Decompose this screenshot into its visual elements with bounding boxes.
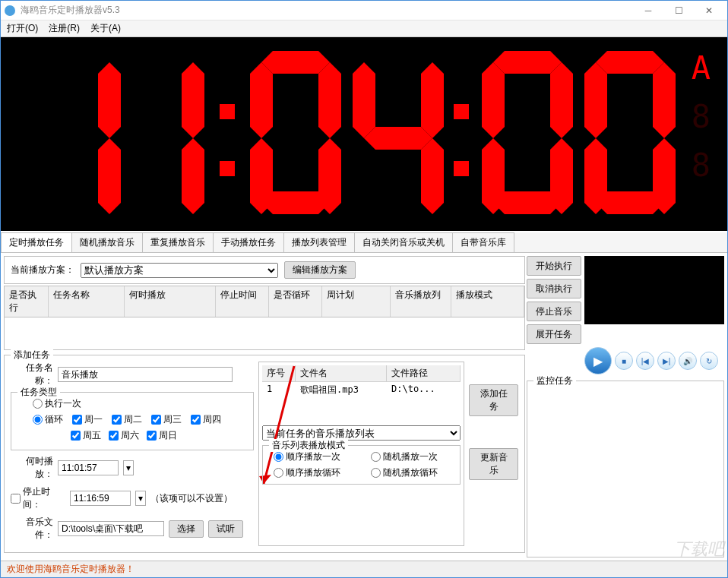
volume-button[interactable]: 🔊 <box>679 352 697 370</box>
svg-marker-21 <box>550 62 573 138</box>
svg-point-0 <box>5 5 15 16</box>
play-mode-legend: 音乐列表播放模式 <box>269 439 348 452</box>
close-button[interactable]: ✕ <box>694 1 724 21</box>
app-window: 海鸥音乐定时播放器v5.3 ─ ☐ ✕ 打开(O) 注册(R) 关于(A) <box>0 0 728 578</box>
svg-marker-15 <box>364 127 432 150</box>
svg-marker-2 <box>98 138 121 214</box>
th-exec: 是否执行 <box>5 286 49 317</box>
start-button[interactable]: 开始执行 <box>527 256 581 276</box>
chk-sun[interactable]: 周日 <box>147 429 177 442</box>
radio-run-once[interactable]: 执行一次 <box>33 397 81 410</box>
window-controls: ─ ☐ ✕ <box>633 1 724 21</box>
stop-note: （该项可以不设置） <box>150 492 233 505</box>
svg-marker-25 <box>596 51 664 74</box>
svg-marker-13 <box>353 62 375 138</box>
update-music-button[interactable]: 更新音乐 <box>469 448 518 480</box>
task-type-legend: 任务类型 <box>17 386 60 399</box>
fc-path: D:\to... <box>387 382 461 398</box>
maximize-button[interactable]: ☐ <box>663 1 694 21</box>
app-icon <box>4 5 16 17</box>
play-button[interactable]: ▶ <box>584 347 612 374</box>
stop-checkbox[interactable]: 停止时间： <box>11 485 65 511</box>
svg-marker-3 <box>182 62 204 138</box>
menu-register[interactable]: 注册(R) <box>49 22 80 35</box>
stop-music-button[interactable]: 停止音乐 <box>527 302 581 321</box>
minimize-button[interactable]: ─ <box>633 1 663 21</box>
stop-spinner[interactable]: ▾ <box>135 491 146 506</box>
stop-input[interactable] <box>70 491 131 506</box>
chk-thu[interactable]: 周四 <box>191 413 221 426</box>
tab-scheduled[interactable]: 定时播放任务 <box>1 232 72 252</box>
side-buttons: 添加任务 更新音乐 <box>469 362 518 546</box>
cancel-button[interactable]: 取消执行 <box>527 279 581 298</box>
add-task-button[interactable]: 添加任务 <box>469 384 518 416</box>
svg-marker-26 <box>584 62 607 138</box>
ampm-p: 8 <box>692 101 712 133</box>
tab-library[interactable]: 自带音乐库 <box>452 232 514 252</box>
chk-tue[interactable]: 周二 <box>112 413 142 426</box>
expand-button[interactable]: 展开任务 <box>527 324 581 344</box>
playlist-select[interactable]: 当前任务的音乐播放列表 <box>262 425 461 441</box>
th-week: 周计划 <box>322 286 391 317</box>
file-label: 音乐文件： <box>11 516 53 542</box>
radio-loop[interactable]: 循环 <box>33 413 63 426</box>
chk-sat[interactable]: 周六 <box>109 429 139 442</box>
ampm-a: A <box>692 52 712 84</box>
chk-mon[interactable]: 周一 <box>72 413 103 426</box>
media-controls: ▶ ■ |◀ ▶| 🔊 ↻ <box>584 347 724 374</box>
tab-random[interactable]: 随机播放音乐 <box>71 232 143 252</box>
menu-open[interactable]: 打开(O) <box>7 22 38 35</box>
svg-marker-19 <box>493 51 562 74</box>
th-name: 任务名称 <box>49 286 125 317</box>
preview-button[interactable]: 试听 <box>208 520 243 538</box>
chk-fri[interactable]: 周五 <box>71 429 101 442</box>
svg-marker-24 <box>550 138 573 214</box>
tab-playlist[interactable]: 播放列表管理 <box>283 232 355 252</box>
prev-track-button[interactable]: |◀ <box>636 352 654 370</box>
tab-autoclose[interactable]: 自动关闭音乐或关机 <box>354 232 453 252</box>
svg-rect-6 <box>220 161 235 176</box>
tab-manual[interactable]: 手动播放任务 <box>213 232 284 252</box>
title-bar: 海鸥音乐定时播放器v5.3 ─ ☐ ✕ <box>1 1 727 21</box>
tab-repeat[interactable]: 重复播放音乐 <box>142 232 214 252</box>
fh-path: 文件路径 <box>387 365 461 381</box>
when-spinner[interactable]: ▾ <box>123 460 134 475</box>
add-task-legend: 添加任务 <box>11 349 53 362</box>
menu-about[interactable]: 关于(A) <box>90 22 121 35</box>
left-column: 当前播放方案： 默认播放方案 编辑播放方案 是否执行 任务名称 何时播放 停止时… <box>4 256 525 557</box>
right-column: 开始执行 取消执行 停止音乐 展开任务 ▶ ■ |◀ ▶| 🔊 ↻ 监控任务 <box>527 256 724 557</box>
content-area: 当前播放方案： 默认播放方案 编辑播放方案 是否执行 任务名称 何时播放 停止时… <box>1 253 727 561</box>
stop-media-button[interactable]: ■ <box>615 352 633 370</box>
svg-marker-23 <box>482 138 505 214</box>
ampm-m: 8 <box>692 150 712 182</box>
clock-display: A 8 8 <box>1 37 727 231</box>
task-name-input[interactable] <box>58 367 233 382</box>
select-file-button[interactable]: 选择 <box>169 520 204 538</box>
svg-marker-20 <box>482 62 505 138</box>
th-when: 何时播放 <box>125 286 216 317</box>
fc-name: 歌唱祖国.mp3 <box>296 382 387 398</box>
action-buttons: 开始执行 取消执行 停止音乐 展开任务 <box>527 256 581 344</box>
repeat-button[interactable]: ↻ <box>700 352 718 370</box>
file-row[interactable]: 1 歌唱祖国.mp3 D:\to... <box>262 382 461 398</box>
svg-marker-29 <box>584 138 607 214</box>
radio-rand-once[interactable]: 随机播放一次 <box>371 450 454 463</box>
next-track-button[interactable]: ▶| <box>657 352 676 370</box>
fh-name: 文件名 <box>296 365 387 381</box>
file-list-header: 序号 文件名 文件路径 <box>262 365 461 382</box>
play-mode-fieldset: 音乐列表播放模式 顺序播放一次 随机播放一次 顺序播放循环 随机播放循环 <box>262 445 461 485</box>
task-table[interactable]: 是否执行 任务名称 何时播放 停止时间 是否循环 周计划 音乐播放列 播放模式 <box>4 286 525 350</box>
svg-marker-27 <box>653 62 676 138</box>
svg-marker-8 <box>250 62 273 138</box>
chk-wed[interactable]: 周三 <box>151 413 182 426</box>
radio-seq-once[interactable]: 顺序播放一次 <box>274 450 357 463</box>
when-input[interactable] <box>58 460 119 475</box>
file-input[interactable] <box>58 521 164 536</box>
monitor-panel: 监控任务 <box>527 381 724 557</box>
radio-rand-loop[interactable]: 随机播放循环 <box>371 466 454 479</box>
scheme-select[interactable]: 默认播放方案 <box>81 263 278 278</box>
svg-marker-30 <box>653 138 676 214</box>
svg-marker-1 <box>98 62 121 138</box>
edit-scheme-button[interactable]: 编辑播放方案 <box>284 261 356 279</box>
radio-seq-loop[interactable]: 顺序播放循环 <box>274 466 357 479</box>
